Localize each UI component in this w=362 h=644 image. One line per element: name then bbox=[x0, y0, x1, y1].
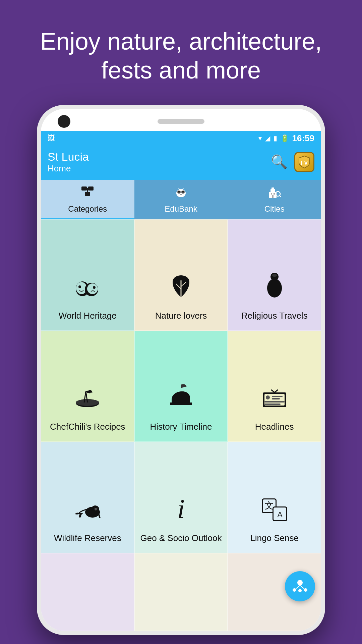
svg-rect-13 bbox=[270, 189, 275, 192]
fab-button[interactable] bbox=[285, 571, 315, 601]
app-title-group: St Lucia Home bbox=[48, 150, 89, 174]
translate-icon: 文 A bbox=[261, 497, 288, 528]
svg-rect-16 bbox=[274, 193, 275, 195]
shield-logo-icon: FV bbox=[297, 155, 312, 169]
person-network-icon bbox=[292, 578, 308, 595]
grid-cell-history-timeline[interactable]: History Timeline bbox=[134, 331, 228, 442]
image-placeholder-icon: 🖼 bbox=[48, 134, 55, 143]
signal-icon: ◢ bbox=[265, 134, 270, 142]
svg-line-37 bbox=[275, 390, 278, 392]
nature-lovers-label: Nature lovers bbox=[155, 311, 207, 321]
grid-cell-bottom2[interactable] bbox=[134, 553, 228, 631]
app-bar: St Lucia Home 🔍 FV bbox=[41, 146, 321, 180]
tab-categories-label: Categories bbox=[68, 204, 107, 214]
camera bbox=[58, 115, 70, 128]
tab-bar: Categories EduBank bbox=[41, 180, 321, 219]
tab-categories[interactable]: Categories bbox=[41, 180, 134, 219]
svg-rect-3 bbox=[85, 192, 90, 196]
history-timeline-label: History Timeline bbox=[150, 422, 212, 432]
svg-point-22 bbox=[78, 285, 81, 288]
svg-rect-40 bbox=[272, 398, 280, 399]
svg-point-38 bbox=[266, 395, 270, 399]
plate-icon bbox=[74, 385, 101, 416]
hero-text: Enjoy nature, architecture, fests and mo… bbox=[0, 0, 362, 105]
helmet-icon bbox=[168, 383, 193, 416]
owl-icon bbox=[174, 186, 188, 202]
svg-point-24 bbox=[87, 283, 98, 294]
grid-cell-geo-socio[interactable]: i Geo & Socio Outlook bbox=[134, 442, 228, 553]
search-icon[interactable]: 🔍 bbox=[271, 154, 288, 170]
svg-text:A: A bbox=[277, 510, 282, 519]
svg-point-10 bbox=[182, 191, 184, 193]
geo-socio-label: Geo & Socio Outlook bbox=[140, 533, 222, 543]
tab-cities[interactable]: Cities bbox=[228, 180, 321, 219]
wifi-icon: ▾ bbox=[258, 134, 262, 142]
battery-icon: 🔋 bbox=[281, 134, 289, 142]
svg-point-9 bbox=[178, 191, 180, 193]
headlines-label: Headlines bbox=[255, 422, 294, 432]
lion-icon bbox=[72, 497, 103, 528]
status-bar: 🖼 ▾ ◢ ▮ 🔋 16:59 bbox=[41, 131, 321, 146]
svg-text:FV: FV bbox=[301, 160, 308, 166]
svg-point-55 bbox=[297, 580, 303, 585]
svg-rect-14 bbox=[272, 187, 274, 189]
grid-cell-wildlife-reserves[interactable]: Wildlife Reserves bbox=[41, 442, 134, 553]
svg-rect-2 bbox=[88, 186, 94, 191]
phone-device: 🖼 ▾ ◢ ▮ 🔋 16:59 St Lucia Home 🔍 FV bbox=[37, 105, 325, 635]
grid-cell-religious-travels[interactable]: Religious Travels bbox=[228, 219, 321, 331]
signal-full-icon: ▮ bbox=[274, 134, 277, 142]
svg-text:文: 文 bbox=[265, 500, 274, 511]
tv-icon bbox=[261, 385, 288, 416]
phone-top-bar bbox=[41, 109, 321, 131]
svg-rect-15 bbox=[271, 193, 272, 195]
status-time: 16:59 bbox=[292, 133, 315, 144]
masks-icon bbox=[74, 274, 101, 305]
svg-rect-42 bbox=[264, 404, 281, 405]
world-heritage-label: World Heritage bbox=[59, 311, 117, 321]
tab-edubank-label: EduBank bbox=[165, 204, 197, 214]
svg-point-58 bbox=[298, 589, 302, 592]
svg-point-31 bbox=[272, 274, 277, 277]
svg-line-36 bbox=[271, 390, 275, 392]
svg-point-30 bbox=[267, 279, 282, 298]
svg-point-47 bbox=[97, 507, 98, 509]
grid-cell-world-heritage[interactable]: World Heritage bbox=[41, 219, 134, 331]
grid-cell-headlines[interactable]: Headlines bbox=[228, 331, 321, 442]
svg-rect-17 bbox=[272, 195, 274, 198]
app-bar-actions: 🔍 FV bbox=[271, 152, 314, 172]
category-grid: World Heritage Nature lovers bbox=[41, 219, 321, 631]
svg-rect-41 bbox=[264, 401, 285, 402]
categories-icon bbox=[81, 186, 94, 202]
tab-edubank[interactable]: EduBank bbox=[134, 180, 228, 219]
svg-point-25 bbox=[93, 286, 96, 289]
buddha-icon bbox=[263, 272, 286, 305]
app-logo-badge[interactable]: FV bbox=[294, 152, 314, 172]
speaker bbox=[158, 119, 204, 124]
chefchili-label: ChefChili's Recipes bbox=[50, 422, 125, 432]
svg-line-19 bbox=[280, 196, 281, 197]
grid-cell-lingo-sense[interactable]: 文 A Lingo Sense bbox=[228, 442, 321, 553]
leaf-icon bbox=[169, 274, 193, 305]
app-name: St Lucia bbox=[48, 150, 89, 163]
city-search-icon bbox=[268, 186, 281, 202]
svg-point-46 bbox=[94, 507, 95, 509]
tab-cities-label: Cities bbox=[264, 204, 285, 214]
religious-travels-label: Religious Travels bbox=[241, 311, 308, 321]
grid-cell-nature-lovers[interactable]: Nature lovers bbox=[134, 219, 228, 331]
grid-cell-bottom1[interactable] bbox=[41, 553, 134, 631]
grid-cell-chefchili[interactable]: ChefChili's Recipes bbox=[41, 331, 134, 442]
lingo-sense-label: Lingo Sense bbox=[250, 533, 299, 543]
svg-rect-39 bbox=[272, 396, 283, 397]
app-subtitle: Home bbox=[48, 163, 89, 174]
svg-text:i: i bbox=[177, 494, 185, 521]
wildlife-reserves-label: Wildlife Reserves bbox=[54, 533, 121, 543]
info-italic-icon: i bbox=[173, 494, 189, 528]
